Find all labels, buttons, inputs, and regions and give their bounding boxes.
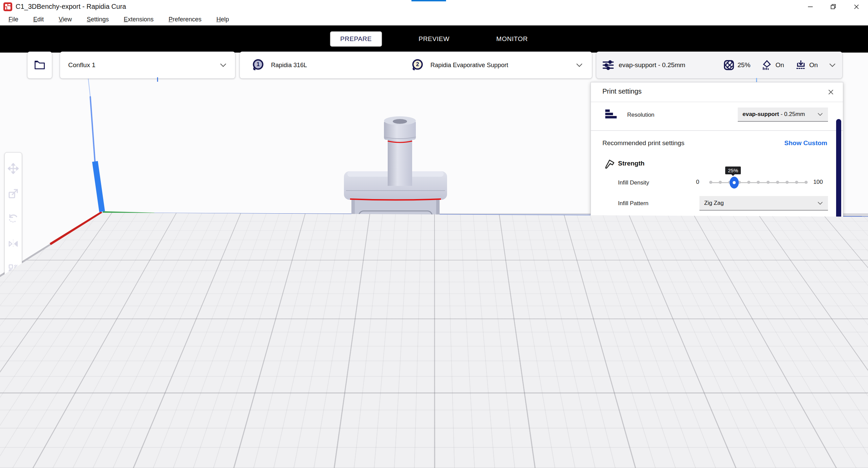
stage-header: PREPARE PREVIEW MONITOR (0, 25, 868, 53)
print-with-label: Print with (618, 282, 642, 289)
support-icon (762, 60, 772, 70)
support-type-label: Support Type (618, 261, 652, 268)
slider-handle[interactable] (730, 177, 739, 189)
scale-icon (8, 188, 19, 199)
view-top-icon[interactable] (66, 446, 78, 458)
panel-title: Print settings (602, 87, 642, 95)
printer-connector (157, 77, 158, 82)
extruder-2-slot[interactable]: 2 Rapidia Evaporative Support (411, 58, 508, 72)
resolution-icon (604, 108, 617, 120)
folder-icon (34, 60, 45, 70)
sliders-icon (602, 60, 614, 71)
menu-settings[interactable]: Settings (87, 16, 109, 23)
move-icon (8, 163, 19, 174)
print-with-extruder-1[interactable]: 1 (699, 280, 711, 291)
panel-header: Print settings (591, 82, 843, 102)
extruder-2-icon: 2 (411, 58, 424, 72)
tool-per-model-settings[interactable] (7, 263, 19, 275)
support-type-dropdown[interactable]: Normal (699, 257, 828, 272)
open-file-button[interactable] (27, 52, 52, 79)
menu-preferences[interactable]: Preferences (169, 16, 201, 23)
wall-thickness-input[interactable]: 0.8 mm (712, 217, 761, 232)
axis-x-red (51, 213, 102, 245)
infill-density-slider[interactable]: 0 25% 100 (696, 177, 818, 189)
shell-thickness-label: Shell Thickness (618, 221, 658, 228)
extruder-2-filter-button[interactable]: 2 (7, 339, 19, 352)
pencil-icon[interactable] (31, 418, 39, 426)
slider-tooltip: 25% (725, 167, 741, 174)
object-name[interactable]: C1_3DBenchy-export (44, 418, 106, 426)
tool-rotate[interactable] (7, 213, 19, 225)
mirror-icon (8, 238, 19, 249)
chevron-down-icon (576, 63, 583, 67)
accent-top-strip (411, 0, 446, 1)
resolution-dropdown[interactable]: evap-support - 0.25mm (738, 108, 828, 122)
window-controls (799, 0, 868, 14)
support-toggle[interactable] (702, 240, 717, 250)
tab-preview[interactable]: PREVIEW (408, 32, 460, 46)
print-settings-panel: Print settings Resolution evap-support -… (591, 82, 843, 303)
svg-text:1: 1 (704, 282, 706, 288)
per-model-settings-icon (8, 264, 19, 274)
adhesion-icon (796, 60, 806, 70)
menu-help[interactable]: Help (216, 16, 229, 23)
svg-text:1: 1 (12, 327, 14, 331)
chevron-down-icon (817, 201, 823, 205)
print-with-extruder-2[interactable]: 2 (719, 280, 731, 291)
show-custom-link[interactable]: Show Custom (784, 139, 827, 147)
object-list: Object list C1_3DBenchy-export 72.0 x 47… (31, 403, 111, 458)
tab-prepare[interactable]: PREPARE (330, 32, 382, 46)
chevron-down-icon (817, 262, 823, 267)
view-3d-icon[interactable] (33, 446, 45, 458)
extruder-2-material: Rapidia Evaporative Support (430, 62, 508, 69)
panel-scrollbar[interactable] (836, 119, 841, 263)
tab-monitor[interactable]: MONITOR (486, 32, 538, 46)
menu-edit[interactable]: Edit (33, 16, 44, 23)
tool-support-blocker[interactable] (7, 288, 19, 300)
close-button[interactable] (845, 0, 868, 14)
view-front-icon[interactable] (50, 446, 61, 458)
extruder-1-filter-button[interactable]: 1 (7, 323, 19, 335)
summary-adhesion: On (796, 60, 818, 70)
extruder-1-material: Rapidia 316L (271, 62, 307, 69)
view-left-icon[interactable] (83, 446, 95, 458)
infill-density-label: Infill Density (618, 179, 649, 186)
object-list-toggle[interactable]: Object list (43, 403, 71, 410)
resolution-label: Resolution (627, 112, 654, 118)
menu-file[interactable]: File (8, 16, 18, 23)
tool-move[interactable] (7, 162, 19, 175)
left-toolbar (4, 152, 22, 310)
minimize-button[interactable] (799, 0, 822, 14)
summary-support: On (762, 60, 784, 70)
restore-button[interactable] (822, 0, 845, 14)
tool-scale[interactable] (7, 188, 19, 200)
strength-title: Strength (618, 160, 644, 167)
printer-selector[interactable]: Conflux 1 (60, 52, 235, 79)
window-title: C1_3DBenchy-export - Rapidia Cura (16, 3, 126, 11)
top-bottom-thickness-input[interactable]: 1.0 mm (780, 217, 830, 232)
svg-text:2: 2 (12, 343, 14, 348)
chevron-down-icon[interactable] (829, 63, 836, 67)
support-icon (605, 240, 616, 251)
summary-profile: evap-support - 0.25mm (619, 61, 685, 69)
axis-z-blue-thin (90, 96, 95, 162)
close-icon[interactable] (826, 87, 835, 97)
slice-button[interactable]: Slice (696, 433, 843, 449)
menu-view[interactable]: View (59, 16, 72, 23)
svg-text:2: 2 (724, 282, 726, 288)
menubar: File Edit View Settings Extensions Prefe… (0, 14, 868, 25)
infill-pattern-dropdown[interactable]: Zig Zag (699, 196, 828, 211)
chevron-down-icon (219, 63, 227, 67)
object-dimensions: 72.0 x 47.1 x 57.6 mm (33, 433, 111, 440)
tool-mirror[interactable] (7, 238, 19, 250)
view-right-icon[interactable] (100, 446, 111, 458)
menu-extensions[interactable]: Extensions (124, 16, 154, 23)
extruder-1-slot[interactable]: 1 Rapidia 316L (251, 58, 411, 72)
print-settings-summary[interactable]: evap-support - 0.25mm 25% On On (596, 52, 843, 79)
support-title: Support (618, 242, 643, 249)
panel-resize-handle[interactable]: ••• (713, 294, 721, 300)
printer-name: Conflux 1 (68, 61, 219, 69)
chevron-down-icon (817, 112, 823, 116)
chevron-up-icon[interactable] (31, 404, 38, 409)
material-selector[interactable]: 1 Rapidia 316L 2 Rapidia Evaporative Sup… (239, 52, 592, 79)
